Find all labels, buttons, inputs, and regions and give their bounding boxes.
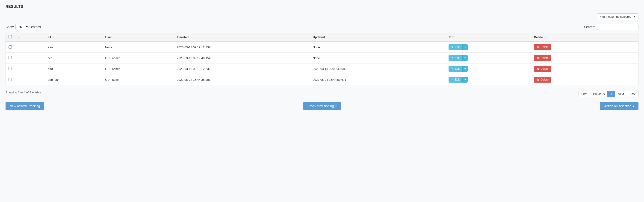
edit-button-3[interactable]: ✎ Edit bbox=[448, 66, 462, 72]
sort-inserted-icon: ↕ bbox=[190, 36, 192, 39]
delete-button-2[interactable]: 🗑 Delete bbox=[534, 55, 551, 61]
row-checkbox-3[interactable] bbox=[8, 67, 12, 70]
row-checkbox-cell bbox=[6, 63, 15, 74]
header-delete-label: Delete bbox=[534, 35, 543, 39]
table-row: bbb-fcar GUI: admin 2023-05-24 15:44:35.… bbox=[6, 74, 638, 85]
showing-entries-text: Showing 1 to 4 of 4 entries bbox=[6, 91, 41, 94]
select-all-checkbox[interactable] bbox=[8, 35, 12, 38]
row-index-3 bbox=[15, 63, 45, 74]
edit-button-1[interactable]: ✎ Edit bbox=[448, 44, 462, 50]
row-checkbox-1[interactable] bbox=[8, 45, 12, 48]
delete-button-3[interactable]: 🗑 Delete bbox=[534, 66, 551, 72]
edit-dropdown-chevron-icon-4: ▾ bbox=[464, 78, 466, 81]
row-index-4 bbox=[15, 74, 45, 85]
results-table: ↑↓ c1 ↕ User ↕ Inserted ↕ Updated ↕ Edit… bbox=[6, 33, 638, 85]
row-checkbox-cell bbox=[6, 42, 15, 53]
delete-button-4[interactable]: 🗑 Delete bbox=[534, 77, 551, 83]
row-user-3: GUI: admin bbox=[102, 63, 174, 74]
row-user-1: None bbox=[102, 42, 174, 53]
entries-label: entries bbox=[31, 25, 41, 29]
page-title: RESULTS bbox=[6, 4, 638, 9]
header-inserted[interactable]: Inserted ↕ bbox=[174, 33, 310, 42]
edit-icon-4: ✎ bbox=[451, 78, 454, 81]
edit-dropdown-button-2[interactable]: ▾ bbox=[462, 55, 468, 61]
header-c1-label: c1 bbox=[48, 35, 51, 39]
edit-dropdown-chevron-icon-3: ▾ bbox=[464, 67, 466, 70]
pagination-first-button[interactable]: First bbox=[578, 91, 590, 97]
edit-dropdown-button-4[interactable]: ▾ bbox=[462, 77, 468, 83]
new-activity-button[interactable]: New activity_tracking bbox=[6, 102, 44, 110]
row-c1-2: ccc bbox=[45, 53, 102, 63]
search-label: Search: bbox=[584, 25, 595, 29]
edit-button-4[interactable]: ✎ Edit bbox=[448, 77, 462, 83]
row-inserted-1: 2023-03-13 09:19:12.332 bbox=[174, 42, 310, 53]
batch-chevron-icon: ▾ bbox=[335, 104, 337, 108]
batch-provisioning-label: Batch provisioning bbox=[308, 104, 334, 108]
row-updated-2: None bbox=[310, 53, 446, 63]
sort-user-icon: ↕ bbox=[114, 36, 115, 39]
delete-icon-1: 🗑 bbox=[536, 45, 539, 49]
batch-provisioning-button[interactable]: Batch provisioning ▾ bbox=[303, 102, 341, 110]
row-checkbox-2[interactable] bbox=[8, 56, 12, 59]
row-user-2: GUI: admin bbox=[102, 53, 174, 63]
sort-updated-icon: ↕ bbox=[326, 36, 328, 39]
row-inserted-3: 2023-03-13 09:19:12.332 bbox=[174, 63, 310, 74]
action-on-selection-button[interactable]: Action on selection ▾ bbox=[600, 102, 638, 110]
row-index-1 bbox=[15, 42, 45, 53]
delete-icon-3: 🗑 bbox=[536, 67, 539, 70]
header-edit-label: Edit bbox=[449, 35, 454, 39]
row-edit-cell-2: ✎ Edit ▾ bbox=[446, 53, 531, 63]
row-delete-cell-2: 🗑 Delete bbox=[531, 53, 611, 63]
action-chevron-icon: ▾ bbox=[633, 104, 634, 108]
row-c1-3: ddd bbox=[45, 63, 102, 74]
row-delete-cell-1: 🗑 Delete bbox=[531, 42, 611, 53]
row-checkbox-4[interactable] bbox=[8, 78, 12, 81]
row-delete-cell-3: 🗑 Delete bbox=[531, 63, 611, 74]
pagination-current-button[interactable]: 1 bbox=[607, 91, 615, 97]
header-c1[interactable]: c1 ↕ bbox=[45, 33, 102, 42]
delete-button-1[interactable]: 🗑 Delete bbox=[534, 44, 551, 50]
edit-dropdown-button-3[interactable]: ▾ bbox=[462, 66, 468, 72]
row-user-4: GUI: admin bbox=[102, 74, 174, 85]
header-updated-label: Updated bbox=[313, 35, 325, 39]
table-row: ddd GUI: admin 2023-03-13 09:19:12.332 2… bbox=[6, 63, 638, 74]
entries-select[interactable]: 25 10 50 100 bbox=[16, 24, 29, 30]
edit-icon-1: ✎ bbox=[451, 45, 454, 49]
header-checkbox-cell bbox=[6, 33, 15, 42]
columns-selector-button[interactable]: 4 of 4 columns selected ▼ bbox=[597, 13, 638, 20]
delete-icon-4: 🗑 bbox=[536, 78, 539, 81]
search-input[interactable] bbox=[597, 24, 638, 30]
sort-last-icon: ↕ bbox=[614, 36, 616, 39]
row-updated-3: 2023-03-13 09:20:43.680 bbox=[310, 63, 446, 74]
header-user[interactable]: User ↕ bbox=[102, 33, 174, 42]
edit-icon-2: ✎ bbox=[451, 56, 454, 60]
header-edit[interactable]: Edit ↕ bbox=[446, 33, 531, 42]
sort-edit-icon: ↕ bbox=[456, 36, 458, 39]
header-sort-extra[interactable]: ↑↓ bbox=[15, 33, 45, 42]
row-inserted-4: 2023-05-24 15:44:35.981 bbox=[174, 74, 310, 85]
chevron-down-icon: ▼ bbox=[633, 15, 636, 18]
edit-dropdown-button-1[interactable]: ▾ bbox=[462, 44, 468, 50]
row-updated-4: 2023-05-24 15:44:59.671 bbox=[310, 74, 446, 85]
row-checkbox-cell bbox=[6, 53, 15, 63]
sort-icon: ↑↓ bbox=[18, 35, 20, 39]
row-inserted-2: 2023-03-13 09:19:40.154 bbox=[174, 53, 310, 63]
row-edit-cell-4: ✎ Edit ▾ bbox=[446, 74, 531, 85]
row-checkbox-cell bbox=[6, 74, 15, 85]
delete-icon-2: 🗑 bbox=[536, 56, 539, 60]
pagination-next-button[interactable]: Next bbox=[615, 91, 627, 97]
table-row: aaa None 2023-03-13 09:19:12.332 None ✎ … bbox=[6, 42, 638, 53]
row-last-4 bbox=[611, 74, 638, 85]
header-updated[interactable]: Updated ↕ bbox=[310, 33, 446, 42]
pagination-last-button[interactable]: Last bbox=[627, 91, 638, 97]
pagination-previous-button[interactable]: Previous bbox=[590, 91, 608, 97]
header-last[interactable]: ↕ bbox=[611, 33, 638, 42]
row-last-2 bbox=[611, 53, 638, 63]
edit-button-2[interactable]: ✎ Edit bbox=[448, 55, 462, 61]
row-last-1 bbox=[611, 42, 638, 53]
header-delete[interactable]: Delete ↕ bbox=[531, 33, 611, 42]
edit-icon-3: ✎ bbox=[451, 67, 454, 70]
columns-selector-label: 4 of 4 columns selected bbox=[600, 15, 632, 18]
sort-c1-icon: ↕ bbox=[53, 36, 54, 39]
row-last-3 bbox=[611, 63, 638, 74]
